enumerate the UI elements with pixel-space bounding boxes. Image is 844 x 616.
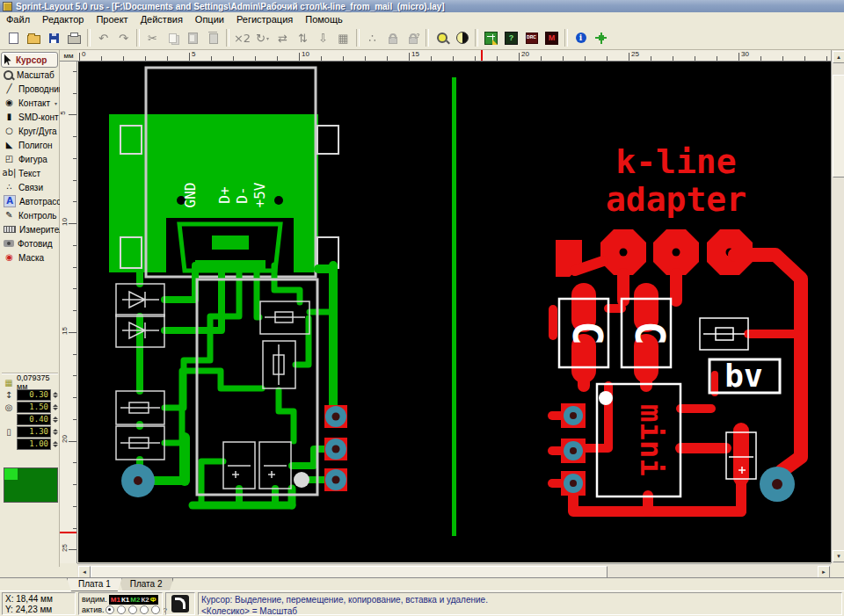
h-ruler-label: 30 bbox=[741, 50, 749, 58]
menu-редактор[interactable]: Редактор bbox=[36, 13, 90, 25]
pad-drill-value[interactable]: 0.40 bbox=[17, 414, 51, 425]
open-icon[interactable] bbox=[24, 28, 44, 47]
redo-icon[interactable]: ↷ bbox=[113, 28, 134, 47]
active-layer-radio-Ф[interactable] bbox=[151, 605, 160, 614]
rotate-icon[interactable]: ↻▾ bbox=[252, 28, 273, 47]
v-ruler-tick bbox=[73, 419, 76, 420]
pad-outer-setting[interactable]: ◎ 1.50 bbox=[0, 401, 60, 413]
vertical-scrollbar[interactable]: ▲ ▼ bbox=[831, 50, 844, 563]
menu-помощь[interactable]: Помощь bbox=[299, 13, 349, 25]
tool-autoroute[interactable]: AАвтотрасса bbox=[1, 194, 58, 208]
tool-smd-pad[interactable]: ▮SMD-конт bbox=[1, 110, 58, 124]
layer-badge-Ф[interactable]: Ф bbox=[150, 596, 156, 604]
track-bend-mode-button[interactable] bbox=[171, 595, 189, 612]
lock-icon[interactable] bbox=[382, 28, 403, 47]
scroll-right-button[interactable]: ► bbox=[818, 566, 830, 578]
pad-drill-setting[interactable]: 0.40 bbox=[0, 413, 60, 425]
menu-опции[interactable]: Опции bbox=[189, 13, 230, 25]
smd-height-value[interactable]: 1.00 bbox=[17, 438, 51, 450]
tab-плата-2[interactable]: Плата 2 bbox=[119, 578, 174, 591]
delete-icon[interactable] bbox=[203, 28, 223, 47]
layer-badge-М2[interactable]: М2 bbox=[130, 596, 140, 604]
tab-плата-1[interactable]: Плата 1 bbox=[67, 578, 122, 591]
smd-width-setting[interactable]: ▯ 1.30 bbox=[0, 425, 60, 438]
board-edit-icon[interactable] bbox=[481, 28, 501, 47]
tool-test[interactable]: ✎Контроль bbox=[1, 208, 58, 222]
macro-icon[interactable]: M bbox=[542, 28, 562, 47]
tool-pad-icon: ◉ bbox=[4, 98, 15, 109]
pcb-canvas[interactable]: GND D+ D- +5V bbox=[78, 62, 831, 562]
pad-drill-spinner[interactable] bbox=[53, 417, 58, 423]
zoom-icon[interactable] bbox=[432, 28, 452, 47]
green-board[interactable]: GND D+ D- +5V bbox=[109, 68, 347, 505]
layer-badge-К2[interactable]: К2 bbox=[141, 596, 149, 604]
tool-cursor[interactable]: Курсор bbox=[1, 52, 58, 68]
grid-setting[interactable]: ▦ 0,079375 мм bbox=[0, 376, 60, 388]
layer-indicator-bar[interactable]: М1К1М2К2Ф bbox=[109, 595, 158, 605]
smd-height-spinner[interactable] bbox=[53, 441, 58, 447]
menu-проект[interactable]: Проект bbox=[90, 13, 134, 25]
tool-connections[interactable]: ∴Связи bbox=[1, 180, 58, 194]
tool-measure[interactable]: Измеритель bbox=[1, 222, 58, 236]
scroll-up-button[interactable]: ▲ bbox=[833, 51, 844, 63]
menu-файл[interactable]: Файл bbox=[0, 13, 36, 25]
mirror-vertical-icon[interactable]: ⇅ bbox=[293, 28, 313, 47]
print-icon[interactable] bbox=[64, 28, 84, 47]
paste-icon[interactable] bbox=[183, 28, 203, 47]
lock-query-icon[interactable] bbox=[403, 28, 423, 47]
send-to-layer-icon[interactable]: ⇩ bbox=[313, 28, 333, 47]
layer-badge-К1[interactable]: К1 bbox=[121, 596, 129, 604]
red-board[interactable]: k-line adapter bbox=[552, 142, 801, 511]
drc-icon[interactable]: DRC bbox=[521, 28, 542, 47]
smd-height-setting[interactable]: 1.00 bbox=[0, 438, 60, 450]
vertical-scroll-thumb[interactable] bbox=[833, 75, 844, 178]
active-layer-radio-М1[interactable] bbox=[106, 605, 114, 614]
menu-действия[interactable]: Действия bbox=[135, 13, 189, 25]
track-width-setting[interactable]: ↕ 0.30 bbox=[0, 388, 60, 401]
undo-icon[interactable]: ↶ bbox=[93, 28, 113, 47]
pad-outer-value[interactable]: 1.50 bbox=[17, 402, 51, 413]
footprint-icon[interactable]: ▦ bbox=[333, 28, 353, 47]
active-layer-radio-К2[interactable] bbox=[140, 605, 149, 614]
tool-pad-dropdown[interactable]: ▾ bbox=[55, 100, 57, 106]
rotate-icon-dropdown[interactable]: ▾ bbox=[266, 35, 269, 41]
tool-photoview[interactable]: Фотовид bbox=[1, 236, 58, 250]
cut-icon[interactable]: ✂ bbox=[142, 28, 163, 47]
copy-icon[interactable] bbox=[163, 28, 183, 47]
tool-text[interactable]: ab|Текст bbox=[1, 166, 58, 180]
tool-mask[interactable]: ◉Маска bbox=[1, 250, 58, 265]
scroll-down-button[interactable]: ▼ bbox=[833, 550, 844, 562]
track-width-spinner[interactable] bbox=[53, 392, 58, 398]
pad-icon: ◎ bbox=[3, 402, 15, 412]
new-icon[interactable] bbox=[4, 28, 24, 47]
crosshair-icon[interactable] bbox=[591, 28, 611, 47]
tool-circle-arc[interactable]: ○Круг/Дуга bbox=[1, 124, 58, 138]
board-query-icon[interactable]: ? bbox=[501, 28, 521, 47]
ratsnest-icon[interactable]: ∴ bbox=[362, 28, 382, 47]
horizontal-scrollbar[interactable]: ◄ ► bbox=[77, 563, 831, 577]
h-ruler-tick bbox=[585, 56, 586, 61]
tool-track[interactable]: ╱Проводник bbox=[1, 82, 58, 96]
horizontal-scroll-thumb[interactable] bbox=[91, 566, 608, 578]
info-icon[interactable]: i bbox=[571, 28, 591, 47]
tool-polygon[interactable]: ◣Полигон bbox=[1, 138, 58, 152]
active-layer-radio-М2[interactable] bbox=[128, 605, 137, 614]
contrast-icon[interactable] bbox=[452, 28, 472, 47]
h-ruler-tick bbox=[211, 56, 212, 61]
menu-регистрация[interactable]: Регистрация bbox=[230, 13, 299, 25]
tool-zoom[interactable]: Масштаб bbox=[1, 68, 58, 82]
mirror-horizontal-icon[interactable]: ⇄ bbox=[273, 28, 293, 47]
tool-pad[interactable]: ◉Контакт▾ bbox=[1, 96, 58, 110]
track-width-value[interactable]: 0.30 bbox=[17, 389, 51, 401]
save-icon[interactable] bbox=[44, 28, 64, 47]
scroll-left-button[interactable]: ◄ bbox=[78, 566, 91, 578]
smd-width-spinner[interactable] bbox=[53, 429, 58, 435]
smd-width-value[interactable]: 1.30 bbox=[17, 426, 51, 438]
h-ruler-tick bbox=[167, 56, 168, 61]
tool-shape[interactable]: ◰Фигура bbox=[1, 152, 58, 166]
pad-outer-spinner[interactable] bbox=[53, 404, 58, 410]
layer-badge-М1[interactable]: М1 bbox=[111, 596, 120, 604]
duplicate-x2-icon[interactable]: ×2 bbox=[232, 28, 252, 47]
active-layer-radio-К1[interactable] bbox=[117, 605, 126, 614]
active-layer-radios[interactable] bbox=[106, 605, 160, 614]
